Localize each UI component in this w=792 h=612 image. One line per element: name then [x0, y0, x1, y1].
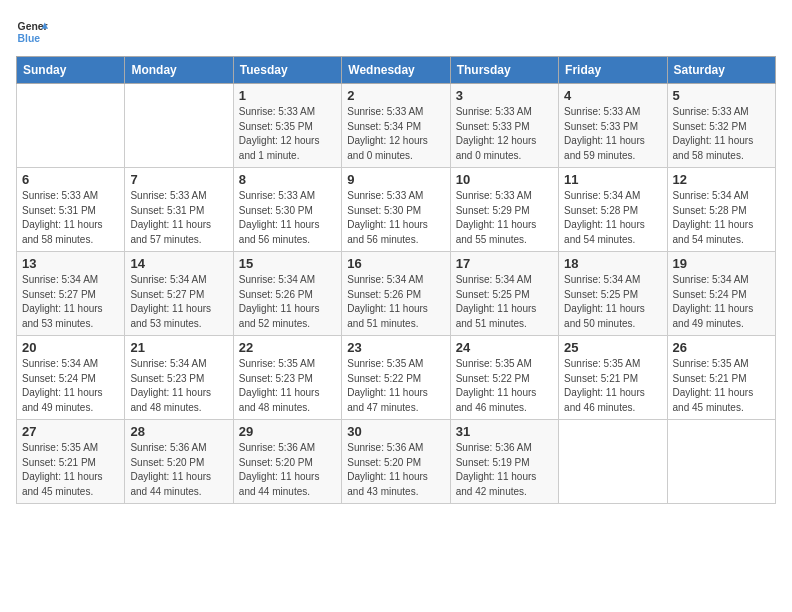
- day-number: 11: [564, 172, 661, 187]
- day-info: Sunrise: 5:35 AMSunset: 5:23 PMDaylight:…: [239, 357, 336, 415]
- svg-text:Blue: Blue: [18, 33, 41, 44]
- calendar-cell: [17, 84, 125, 168]
- day-number: 12: [673, 172, 770, 187]
- weekday-header-tuesday: Tuesday: [233, 57, 341, 84]
- calendar-cell: 30Sunrise: 5:36 AMSunset: 5:20 PMDayligh…: [342, 420, 450, 504]
- day-info: Sunrise: 5:33 AMSunset: 5:33 PMDaylight:…: [564, 105, 661, 163]
- calendar-cell: 16Sunrise: 5:34 AMSunset: 5:26 PMDayligh…: [342, 252, 450, 336]
- day-number: 7: [130, 172, 227, 187]
- day-info: Sunrise: 5:34 AMSunset: 5:26 PMDaylight:…: [239, 273, 336, 331]
- calendar-cell: 18Sunrise: 5:34 AMSunset: 5:25 PMDayligh…: [559, 252, 667, 336]
- day-number: 6: [22, 172, 119, 187]
- weekday-header-wednesday: Wednesday: [342, 57, 450, 84]
- day-info: Sunrise: 5:34 AMSunset: 5:27 PMDaylight:…: [130, 273, 227, 331]
- day-info: Sunrise: 5:35 AMSunset: 5:21 PMDaylight:…: [22, 441, 119, 499]
- day-number: 1: [239, 88, 336, 103]
- day-info: Sunrise: 5:34 AMSunset: 5:28 PMDaylight:…: [673, 189, 770, 247]
- day-number: 26: [673, 340, 770, 355]
- calendar-cell: 12Sunrise: 5:34 AMSunset: 5:28 PMDayligh…: [667, 168, 775, 252]
- day-info: Sunrise: 5:33 AMSunset: 5:31 PMDaylight:…: [22, 189, 119, 247]
- day-info: Sunrise: 5:34 AMSunset: 5:24 PMDaylight:…: [22, 357, 119, 415]
- calendar-cell: 9Sunrise: 5:33 AMSunset: 5:30 PMDaylight…: [342, 168, 450, 252]
- day-info: Sunrise: 5:36 AMSunset: 5:19 PMDaylight:…: [456, 441, 553, 499]
- day-info: Sunrise: 5:36 AMSunset: 5:20 PMDaylight:…: [347, 441, 444, 499]
- calendar-cell: 20Sunrise: 5:34 AMSunset: 5:24 PMDayligh…: [17, 336, 125, 420]
- day-number: 20: [22, 340, 119, 355]
- day-number: 23: [347, 340, 444, 355]
- calendar-cell: 13Sunrise: 5:34 AMSunset: 5:27 PMDayligh…: [17, 252, 125, 336]
- week-row-5: 27Sunrise: 5:35 AMSunset: 5:21 PMDayligh…: [17, 420, 776, 504]
- day-number: 13: [22, 256, 119, 271]
- calendar-cell: 19Sunrise: 5:34 AMSunset: 5:24 PMDayligh…: [667, 252, 775, 336]
- calendar-cell: 22Sunrise: 5:35 AMSunset: 5:23 PMDayligh…: [233, 336, 341, 420]
- day-number: 30: [347, 424, 444, 439]
- calendar-cell: 21Sunrise: 5:34 AMSunset: 5:23 PMDayligh…: [125, 336, 233, 420]
- day-number: 4: [564, 88, 661, 103]
- calendar-cell: 5Sunrise: 5:33 AMSunset: 5:32 PMDaylight…: [667, 84, 775, 168]
- calendar-cell: [125, 84, 233, 168]
- day-info: Sunrise: 5:35 AMSunset: 5:21 PMDaylight:…: [673, 357, 770, 415]
- day-info: Sunrise: 5:33 AMSunset: 5:30 PMDaylight:…: [239, 189, 336, 247]
- calendar-cell: 25Sunrise: 5:35 AMSunset: 5:21 PMDayligh…: [559, 336, 667, 420]
- day-number: 8: [239, 172, 336, 187]
- calendar-cell: 10Sunrise: 5:33 AMSunset: 5:29 PMDayligh…: [450, 168, 558, 252]
- weekday-header-sunday: Sunday: [17, 57, 125, 84]
- header: General Blue: [16, 16, 776, 48]
- calendar-cell: 14Sunrise: 5:34 AMSunset: 5:27 PMDayligh…: [125, 252, 233, 336]
- weekday-header-saturday: Saturday: [667, 57, 775, 84]
- calendar-cell: 11Sunrise: 5:34 AMSunset: 5:28 PMDayligh…: [559, 168, 667, 252]
- day-info: Sunrise: 5:33 AMSunset: 5:29 PMDaylight:…: [456, 189, 553, 247]
- day-info: Sunrise: 5:33 AMSunset: 5:34 PMDaylight:…: [347, 105, 444, 163]
- day-info: Sunrise: 5:34 AMSunset: 5:24 PMDaylight:…: [673, 273, 770, 331]
- calendar-cell: 6Sunrise: 5:33 AMSunset: 5:31 PMDaylight…: [17, 168, 125, 252]
- calendar-cell: 28Sunrise: 5:36 AMSunset: 5:20 PMDayligh…: [125, 420, 233, 504]
- logo-icon: General Blue: [16, 16, 48, 48]
- day-info: Sunrise: 5:33 AMSunset: 5:31 PMDaylight:…: [130, 189, 227, 247]
- day-number: 31: [456, 424, 553, 439]
- day-number: 5: [673, 88, 770, 103]
- day-info: Sunrise: 5:34 AMSunset: 5:26 PMDaylight:…: [347, 273, 444, 331]
- calendar-cell: [667, 420, 775, 504]
- day-info: Sunrise: 5:34 AMSunset: 5:23 PMDaylight:…: [130, 357, 227, 415]
- day-info: Sunrise: 5:35 AMSunset: 5:22 PMDaylight:…: [347, 357, 444, 415]
- day-number: 18: [564, 256, 661, 271]
- logo: General Blue: [16, 16, 48, 48]
- day-number: 24: [456, 340, 553, 355]
- calendar-cell: 24Sunrise: 5:35 AMSunset: 5:22 PMDayligh…: [450, 336, 558, 420]
- calendar-cell: 2Sunrise: 5:33 AMSunset: 5:34 PMDaylight…: [342, 84, 450, 168]
- week-row-2: 6Sunrise: 5:33 AMSunset: 5:31 PMDaylight…: [17, 168, 776, 252]
- day-number: 28: [130, 424, 227, 439]
- day-number: 21: [130, 340, 227, 355]
- calendar-cell: 1Sunrise: 5:33 AMSunset: 5:35 PMDaylight…: [233, 84, 341, 168]
- day-info: Sunrise: 5:34 AMSunset: 5:25 PMDaylight:…: [564, 273, 661, 331]
- day-number: 19: [673, 256, 770, 271]
- day-number: 14: [130, 256, 227, 271]
- day-number: 9: [347, 172, 444, 187]
- day-info: Sunrise: 5:35 AMSunset: 5:21 PMDaylight:…: [564, 357, 661, 415]
- calendar-cell: 27Sunrise: 5:35 AMSunset: 5:21 PMDayligh…: [17, 420, 125, 504]
- weekday-header-monday: Monday: [125, 57, 233, 84]
- day-number: 2: [347, 88, 444, 103]
- calendar-cell: 8Sunrise: 5:33 AMSunset: 5:30 PMDaylight…: [233, 168, 341, 252]
- day-info: Sunrise: 5:33 AMSunset: 5:32 PMDaylight:…: [673, 105, 770, 163]
- calendar-cell: [559, 420, 667, 504]
- calendar-cell: 31Sunrise: 5:36 AMSunset: 5:19 PMDayligh…: [450, 420, 558, 504]
- day-info: Sunrise: 5:36 AMSunset: 5:20 PMDaylight:…: [130, 441, 227, 499]
- calendar-cell: 17Sunrise: 5:34 AMSunset: 5:25 PMDayligh…: [450, 252, 558, 336]
- day-number: 27: [22, 424, 119, 439]
- day-number: 3: [456, 88, 553, 103]
- day-number: 22: [239, 340, 336, 355]
- day-info: Sunrise: 5:33 AMSunset: 5:35 PMDaylight:…: [239, 105, 336, 163]
- day-number: 29: [239, 424, 336, 439]
- day-number: 10: [456, 172, 553, 187]
- week-row-3: 13Sunrise: 5:34 AMSunset: 5:27 PMDayligh…: [17, 252, 776, 336]
- week-row-1: 1Sunrise: 5:33 AMSunset: 5:35 PMDaylight…: [17, 84, 776, 168]
- day-number: 25: [564, 340, 661, 355]
- calendar-cell: 15Sunrise: 5:34 AMSunset: 5:26 PMDayligh…: [233, 252, 341, 336]
- calendar-cell: 29Sunrise: 5:36 AMSunset: 5:20 PMDayligh…: [233, 420, 341, 504]
- weekday-header-friday: Friday: [559, 57, 667, 84]
- day-info: Sunrise: 5:36 AMSunset: 5:20 PMDaylight:…: [239, 441, 336, 499]
- calendar-cell: 3Sunrise: 5:33 AMSunset: 5:33 PMDaylight…: [450, 84, 558, 168]
- day-info: Sunrise: 5:34 AMSunset: 5:28 PMDaylight:…: [564, 189, 661, 247]
- day-info: Sunrise: 5:33 AMSunset: 5:30 PMDaylight:…: [347, 189, 444, 247]
